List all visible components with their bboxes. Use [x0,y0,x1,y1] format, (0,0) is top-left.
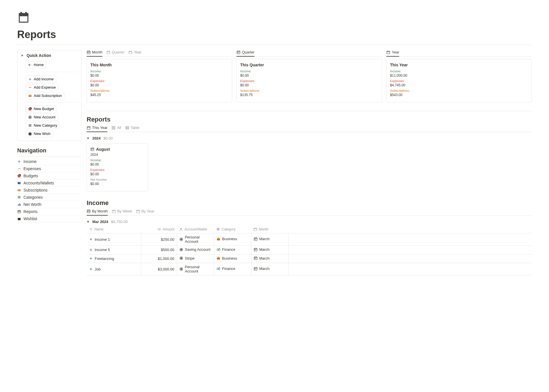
subs-label: Subscriptions: [90,89,228,92]
home-button[interactable]: Home [25,61,46,68]
gift-icon [17,217,21,221]
card-this-year[interactable]: This Year Income: $11,000.00 Expenses: $… [386,59,532,102]
tab-year[interactable]: Year [386,50,399,57]
report-expenses-value: $0.00 [90,172,144,176]
add-expense-button[interactable]: Add Expense [25,84,58,91]
tab-by-week[interactable]: By Week [112,209,132,216]
new-category-button[interactable]: New Category [25,122,60,129]
quick-action-label: Quick Action [27,53,51,58]
income-value: $0.00 [240,73,378,77]
svg-rect-54 [88,211,89,212]
tab-quarter-inactive[interactable]: Quarter [106,50,124,57]
quick-action-box: Quick Action Home Add Income Add Expense [17,50,81,141]
table-icon [125,126,129,130]
svg-rect-77 [255,250,256,250]
new-wish-button[interactable]: New Wish [25,130,53,137]
table-row[interactable]: Income 5 $500.00 Saving Account Finance … [87,246,532,254]
income-label: Income: [90,69,228,73]
report-net-value: $0.00 [90,182,144,186]
svg-rect-58 [158,228,161,230]
nav-item-expenses[interactable]: Expenses [17,165,81,172]
tab-by-year-label: By Year [142,209,154,213]
new-category-label: New Category [34,123,57,128]
new-account-button[interactable]: New Account [25,114,58,121]
reports-header: Reports [87,116,532,123]
reports-tabs: This Year All Table [87,126,532,132]
svg-rect-14 [30,133,30,135]
row-amount: $3,000.00 [158,267,174,271]
svg-rect-32 [18,218,21,218]
svg-rect-22 [18,197,20,198]
plus-icon [89,267,93,271]
tab-all[interactable]: All [112,126,121,132]
home-label: Home [34,63,44,67]
tab-month[interactable]: Month [87,50,102,57]
svg-rect-27 [20,204,21,206]
svg-rect-30 [18,211,20,213]
tab-table[interactable]: Table [125,126,140,132]
circle-icon [179,248,183,252]
table-row[interactable]: Job $3,000.00 Personal Account Finance M… [87,263,532,275]
add-income-button[interactable]: Add Income [25,75,56,83]
row-name: Income 5 [95,248,110,252]
reports-group-2024[interactable]: ▼ 2024 $0.00 [87,134,532,142]
col-amount: Amount [163,227,174,231]
briefcase-icon [216,237,220,241]
nav-item-income[interactable]: Income [17,158,81,165]
new-budget-button[interactable]: New Budget [25,105,57,112]
calendar-grid-icon [236,50,240,54]
row-amount: $1,000.00 [158,256,174,261]
calendar-grid-icon [254,267,258,271]
nav-item-subscriptions[interactable]: Subscriptions [17,187,81,194]
income-label: Income: [240,69,378,73]
calendar-icon [136,209,140,213]
tab-by-week-label: By Week [117,209,132,213]
svg-point-59 [159,229,160,230]
report-card-august[interactable]: August 2024 Income: $0.00 Expenses: $0.0… [87,143,148,191]
nav-item-categories[interactable]: Categories [17,194,81,201]
tab-by-year[interactable]: By Year [136,209,154,216]
svg-rect-38 [129,51,132,53]
svg-rect-64 [254,228,257,231]
card-this-quarter[interactable]: This Quarter Income: $0.00 Expenses: $0.… [236,59,382,102]
year-tabs: Year [386,50,532,57]
svg-rect-31 [18,218,20,220]
row-name: Income 1 [95,237,110,242]
tab-year-label: Year [134,50,141,54]
row-amount: $500.00 [161,248,174,252]
nav-item-wishlist[interactable]: Wishlist [17,215,81,222]
col-account: Account/Wallet [184,227,207,231]
tab-this-year[interactable]: This Year [87,126,108,132]
stack-icon [17,195,21,199]
tab-year-inactive[interactable]: Year [128,50,141,57]
add-subscription-button[interactable]: Add Subscription [25,92,64,99]
svg-rect-11 [29,126,31,126]
nav-item-budgets[interactable]: Budgets [17,172,81,180]
calendar-icon [87,126,91,130]
tab-by-month[interactable]: By Month [87,209,108,216]
tab-table-label: Table [131,126,140,130]
row-account: Saving Account [185,247,211,252]
collapse-toggle-icon[interactable]: ▼ [87,220,89,223]
table-row[interactable]: Income 1 $250.00 Personal Account Busine… [87,233,532,246]
svg-point-60 [180,228,182,229]
svg-rect-67 [217,238,220,240]
report-net-label: Net Income: [90,178,144,181]
svg-rect-70 [255,239,256,240]
card-this-month[interactable]: This Month Income: $0.00 Expenses: $0.00… [87,59,232,102]
page-icon-calendar [17,11,30,23]
svg-rect-37 [107,51,110,53]
nav-item-networth[interactable]: Net Worth [17,201,81,208]
collapse-toggle-icon[interactable]: ▼ [87,137,89,140]
income-group-mar2024[interactable]: ▼ Mar 2024 $4,750.00 [87,218,532,226]
svg-rect-62 [217,229,219,230]
calendar-grid-icon [87,209,91,213]
nav-item-reports[interactable]: Reports [17,208,81,215]
tab-quarter[interactable]: Quarter [236,50,254,57]
gallery-icon [112,126,116,130]
nav-item-accounts[interactable]: Accounts/Wallets [17,180,81,187]
row-month: March [259,256,270,260]
report-income-label: Income: [90,158,144,162]
briefcase-icon [216,256,220,260]
table-row[interactable]: Freelancing $1,000.00 Stripe Business Ma… [87,254,532,263]
